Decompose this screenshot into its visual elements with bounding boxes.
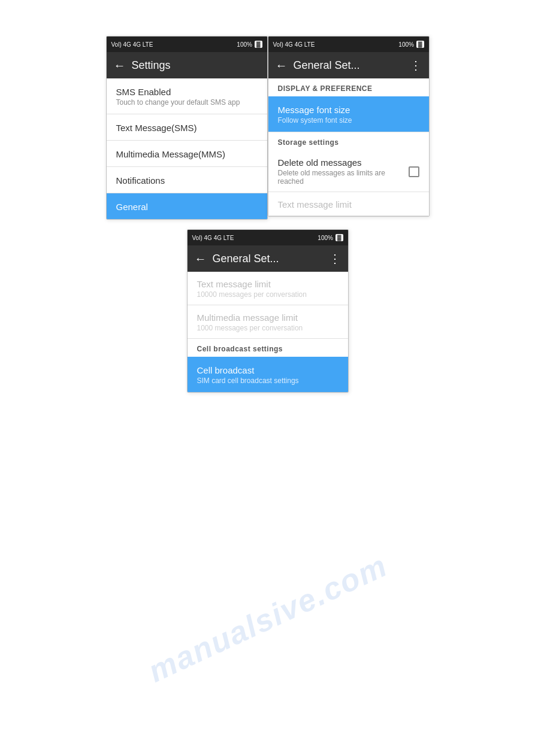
- screen1-toolbar: ← Settings: [107, 52, 267, 78]
- screen3-status-signal: Vol) 4G 4G LTE: [192, 235, 234, 241]
- screen1-status-right: 100% ▓: [237, 41, 262, 48]
- screen3-cell-broadcast[interactable]: Cell broadcast SIM card cell broadcast s…: [188, 357, 348, 392]
- settings-item-text-message-title: Text Message(SMS): [116, 123, 258, 133]
- screen3-battery-text: 100%: [318, 235, 333, 241]
- settings-item-mms[interactable]: Multimedia Message(MMS): [107, 141, 267, 167]
- screen1-status-signal: Vol) 4G 4G LTE: [111, 41, 153, 48]
- screen2-battery-icon: ▓: [416, 41, 424, 48]
- screen2-status-right: 100% ▓: [398, 41, 424, 48]
- screen2-section-display: DISPLAY & PREFERENCE: [268, 78, 429, 96]
- settings-item-notifications-title: Notifications: [116, 175, 258, 186]
- screen2-more-button[interactable]: ⋮: [410, 58, 422, 72]
- screen3-multimedia-limit-title: Multimedia message limit: [197, 312, 338, 323]
- watermark: manualsive.com: [143, 547, 392, 689]
- screen2-text-limit-title: Text message limit: [278, 199, 419, 210]
- screen2-toolbar-title: General Set...: [294, 59, 404, 72]
- screen2-toolbar: ← General Set... ⋮: [268, 52, 429, 78]
- screen2-settings-list: DISPLAY & PREFERENCE Message font size F…: [268, 78, 429, 216]
- settings-item-general-title: General: [116, 202, 258, 212]
- screen3: Vol) 4G 4G LTE 100% ▓ ← General Set... ⋮…: [187, 229, 349, 393]
- screen3-status-left: Vol) 4G 4G LTE: [192, 235, 234, 241]
- screen3-cell-broadcast-title: Cell broadcast: [197, 365, 338, 375]
- screen1-status-left: Vol) 4G 4G LTE: [111, 41, 153, 48]
- top-row: Vol) 4G 4G LTE 100% ▓ ← Settings SMS Ena…: [106, 36, 430, 220]
- bottom-screen-container: Vol) 4G 4G LTE 100% ▓ ← General Set... ⋮…: [187, 229, 349, 393]
- screen2-status-bar: Vol) 4G 4G LTE 100% ▓: [268, 37, 429, 52]
- screen3-battery-icon: ▓: [335, 234, 343, 241]
- settings-item-notifications[interactable]: Notifications: [107, 167, 267, 193]
- screen2-status-signal: Vol) 4G 4G LTE: [273, 41, 315, 48]
- screen2-text-limit: Text message limit: [268, 192, 429, 216]
- screen1-battery-text: 100%: [237, 41, 252, 48]
- screen1-settings-list: SMS Enabled Touch to change your default…: [107, 78, 267, 219]
- screen2-status-left: Vol) 4G 4G LTE: [273, 41, 315, 48]
- settings-item-sms-enabled-subtitle: Touch to change your default SMS app: [116, 98, 258, 107]
- screen2-message-font-subtitle: Follow system font size: [278, 116, 419, 125]
- settings-item-sms-enabled[interactable]: SMS Enabled Touch to change your default…: [107, 78, 267, 114]
- screen1-battery-icon: ▓: [255, 41, 262, 48]
- screen2-back-button[interactable]: ←: [276, 59, 288, 72]
- screen3-text-limit-subtitle: 10000 messages per conversation: [197, 290, 338, 299]
- screen2: Vol) 4G 4G LTE 100% ▓ ← General Set... ⋮…: [268, 36, 430, 217]
- screen2-delete-old-subtitle: Delete old messages as limits are reache…: [278, 169, 409, 186]
- screen3-cell-broadcast-subtitle: SIM card cell broadcast settings: [197, 377, 338, 385]
- screen2-message-font-title: Message font size: [278, 105, 419, 115]
- screen3-settings-list: Text message limit 10000 messages per co…: [188, 272, 348, 392]
- screen3-text-limit-title: Text message limit: [197, 279, 338, 289]
- screen3-section-cell-broadcast: Cell broadcast settings: [188, 339, 348, 357]
- screen3-toolbar-title: General Set...: [213, 253, 323, 265]
- screen2-message-font-size[interactable]: Message font size Follow system font siz…: [268, 96, 429, 132]
- screen3-multimedia-limit: Multimedia message limit 1000 messages p…: [188, 305, 348, 339]
- screen3-status-right: 100% ▓: [318, 234, 343, 241]
- screen2-delete-old-title: Delete old messages: [278, 157, 409, 168]
- settings-item-text-message[interactable]: Text Message(SMS): [107, 114, 267, 141]
- screen3-toolbar: ← General Set... ⋮: [188, 245, 348, 272]
- screen3-status-bar: Vol) 4G 4G LTE 100% ▓: [188, 230, 348, 245]
- screen2-battery-text: 100%: [398, 41, 414, 48]
- screen2-section-storage: Storage settings: [268, 132, 429, 150]
- screen2-delete-old-text: Delete old messages Delete old messages …: [278, 157, 409, 186]
- page-container: Vol) 4G 4G LTE 100% ▓ ← Settings SMS Ena…: [0, 0, 535, 756]
- screen1-toolbar-title: Settings: [132, 59, 260, 72]
- screen2-delete-old-messages[interactable]: Delete old messages Delete old messages …: [268, 150, 429, 192]
- screen3-multimedia-limit-subtitle: 1000 messages per conversation: [197, 324, 338, 332]
- screen3-back-button[interactable]: ←: [195, 252, 207, 266]
- settings-item-general[interactable]: General: [107, 193, 267, 219]
- settings-item-sms-enabled-title: SMS Enabled: [116, 87, 258, 97]
- screen1: Vol) 4G 4G LTE 100% ▓ ← Settings SMS Ena…: [106, 36, 268, 220]
- screen2-delete-old-checkbox[interactable]: [409, 166, 419, 177]
- screen3-text-limit: Text message limit 10000 messages per co…: [188, 272, 348, 305]
- screen3-more-button[interactable]: ⋮: [329, 251, 341, 266]
- screen1-back-button[interactable]: ←: [114, 59, 126, 72]
- screen1-status-bar: Vol) 4G 4G LTE 100% ▓: [107, 37, 267, 52]
- settings-item-mms-title: Multimedia Message(MMS): [116, 149, 258, 159]
